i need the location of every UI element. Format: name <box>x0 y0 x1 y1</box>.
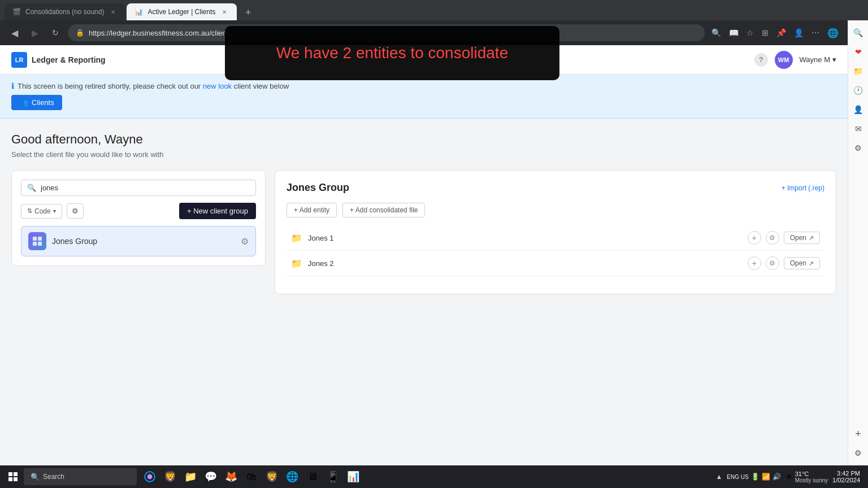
sidebar-bottom-settings[interactable]: ⚙ <box>850 445 866 461</box>
entity-list: 📁 Jones 1 + ⚙ Open ↗ 📁 <box>287 225 824 276</box>
group-detail-header: Jones Group + Import (.rep) <box>287 182 824 194</box>
taskbar-cortana-icon[interactable] <box>140 467 159 486</box>
filter-button[interactable]: ⚙ <box>67 203 84 219</box>
sidebar-add-icon[interactable]: + <box>850 426 866 442</box>
entity-open-button-jones2[interactable]: Open ↗ <box>784 257 820 269</box>
pin-icon[interactable]: 📌 <box>774 26 788 40</box>
taskbar-brave-icon[interactable]: 🦁 <box>160 467 180 486</box>
tab-label-consolidations: Consolidations (no sound) <box>25 8 104 16</box>
reload-button[interactable]: ↻ <box>47 25 63 41</box>
logo-box: LR <box>11 52 27 68</box>
client-search-input[interactable] <box>41 184 250 192</box>
client-item-jones-group[interactable]: Jones Group ⚙ <box>21 226 256 256</box>
entity-settings-button-jones2[interactable]: ⚙ <box>766 256 779 270</box>
svg-rect-7 <box>14 477 18 481</box>
help-button[interactable]: ? <box>754 53 768 67</box>
group-detail-panel: Jones Group + Import (.rep) + Add entity… <box>275 170 836 294</box>
client-list-panel: 🔍 ⇅ Code ▾ ⚙ + New client group <box>11 170 266 266</box>
taskbar-weather[interactable]: ☀ 31°C Mostly sunny <box>785 470 828 483</box>
forward-button[interactable]: ▶ <box>27 25 43 41</box>
entity-add-button-jones1[interactable]: + <box>748 231 761 245</box>
clock-date: 1/02/2024 <box>832 477 860 483</box>
sort-icon: ⇅ <box>27 207 32 215</box>
client-search-icon: 🔍 <box>27 184 36 192</box>
back-button[interactable]: ◀ <box>7 25 23 41</box>
entity-name-jones2: Jones 2 <box>308 259 748 268</box>
clients-nav-button[interactable]: 👥 Clients <box>11 95 62 110</box>
favorites-icon[interactable]: ☆ <box>744 26 756 40</box>
tab-favicon-consolidations: 🎬 <box>12 8 21 16</box>
header-right: ? WM Wayne M ▾ <box>754 51 836 69</box>
add-entity-button[interactable]: + Add entity <box>287 203 337 217</box>
import-button[interactable]: + Import (.rep) <box>782 184 824 192</box>
weather-icon: ☀ <box>785 472 793 481</box>
client-settings-button[interactable]: ⚙ <box>241 236 249 247</box>
chevron-down-icon: ▾ <box>832 55 836 64</box>
lock-icon: 🔒 <box>76 29 84 37</box>
taskbar-chevron-up[interactable]: ▲ <box>715 473 722 481</box>
svg-rect-1 <box>38 237 42 241</box>
filter-bar: ⇅ Code ▾ ⚙ + New client group <box>21 203 256 219</box>
client-search-container: 🔍 <box>21 180 256 196</box>
taskbar-teams-icon[interactable]: 💬 <box>201 467 220 486</box>
notification-banner: ℹ This screen is being retired shortly, … <box>0 75 848 119</box>
new-client-group-button[interactable]: + New client group <box>179 203 256 219</box>
tab-active-ledger[interactable]: 📊 Active Ledger | Clients ✕ <box>127 3 237 20</box>
toast-text: We have 2 entities to consolidate <box>248 44 537 62</box>
entity-add-button-jones2[interactable]: + <box>748 256 761 270</box>
overlay-toast: We have 2 entities to consolidate <box>225 26 559 80</box>
svg-rect-0 <box>33 237 37 241</box>
client-icon-jones-group <box>28 232 46 250</box>
open-icon-jones1: ↗ <box>809 234 814 242</box>
entity-name-jones1: Jones 1 <box>308 234 748 242</box>
sidebar-search-icon[interactable]: 🔍 <box>850 25 866 41</box>
sidebar-mail-icon[interactable]: ✉ <box>850 121 866 137</box>
weather-temp: 31°C <box>795 470 828 477</box>
volume-icon: 🔊 <box>772 473 781 481</box>
taskbar-remote-icon[interactable]: 🖥 <box>303 467 322 486</box>
sidebar-user-icon[interactable]: 👤 <box>850 102 866 117</box>
client-name-jones-group: Jones Group <box>52 237 97 246</box>
edge-icon[interactable]: 🌐 <box>825 25 841 41</box>
user-name-dropdown[interactable]: Wayne M ▾ <box>800 55 836 64</box>
new-tab-button[interactable]: + <box>240 5 256 20</box>
profile-icon[interactable]: 👤 <box>792 26 806 40</box>
search-browser-icon[interactable]: 🔍 <box>709 26 723 40</box>
taskbar-app-icons: 🦁 📁 💬 🦊 🛍 🦁 🌐 🖥 📱 📊 <box>140 467 363 486</box>
taskbar-store-icon[interactable]: 🛍 <box>242 467 261 486</box>
entity-settings-button-jones1[interactable]: ⚙ <box>766 231 779 245</box>
sidebar-bookmark-icon[interactable]: ❤ <box>850 44 866 60</box>
taskbar-firefox-icon[interactable]: 🦊 <box>222 467 241 486</box>
windows-start-button[interactable] <box>3 467 23 486</box>
split-view-icon[interactable]: ⊞ <box>760 26 771 40</box>
sidebar-collections-icon[interactable]: 📁 <box>850 63 866 79</box>
svg-rect-5 <box>14 472 18 476</box>
taskbar-phone-icon[interactable]: 📱 <box>323 467 342 486</box>
taskbar-clock[interactable]: 3:42 PM 1/02/2024 <box>832 470 860 483</box>
tab-close-active-ledger[interactable]: ✕ <box>220 7 229 16</box>
page-subtext: Select the client file you would like to… <box>11 150 836 159</box>
add-consolidated-file-button[interactable]: + Add consolidated file <box>342 203 425 217</box>
tab-close-consolidations[interactable]: ✕ <box>108 7 118 16</box>
entity-row-jones2: 📁 Jones 2 + ⚙ Open ↗ <box>287 251 824 276</box>
extensions-icon[interactable]: ⋯ <box>809 26 822 40</box>
taskbar-excel-icon[interactable]: 📊 <box>344 467 363 486</box>
open-icon-jones2: ↗ <box>809 260 814 267</box>
code-sort-button[interactable]: ⇅ Code ▾ <box>21 204 62 219</box>
entity-open-button-jones1[interactable]: Open ↗ <box>784 232 820 244</box>
browser-right-sidebar: 🔍 ❤ 📁 🕐 👤 ✉ ⚙ + ⚙ <box>848 20 868 465</box>
svg-rect-4 <box>8 472 12 476</box>
taskbar-search-bar[interactable]: 🔍 Search <box>24 468 137 485</box>
language-indicator[interactable]: ENG US <box>727 473 748 481</box>
taskbar-edge-icon[interactable]: 🌐 <box>283 467 302 486</box>
taskbar-brave2-icon[interactable]: 🦁 <box>262 467 281 486</box>
entity-actions-jones2: + ⚙ Open ↗ <box>748 256 820 270</box>
weather-desc: Mostly sunny <box>795 477 828 483</box>
read-mode-icon[interactable]: 📖 <box>727 26 741 40</box>
notification-link[interactable]: new look <box>203 82 232 90</box>
sidebar-history-icon[interactable]: 🕐 <box>850 82 866 98</box>
sidebar-settings-icon[interactable]: ⚙ <box>850 140 866 156</box>
tab-favicon-active-ledger: 📊 <box>134 8 143 16</box>
taskbar-folder-icon[interactable]: 📁 <box>181 467 200 486</box>
tab-consolidations[interactable]: 🎬 Consolidations (no sound) ✕ <box>5 3 125 20</box>
